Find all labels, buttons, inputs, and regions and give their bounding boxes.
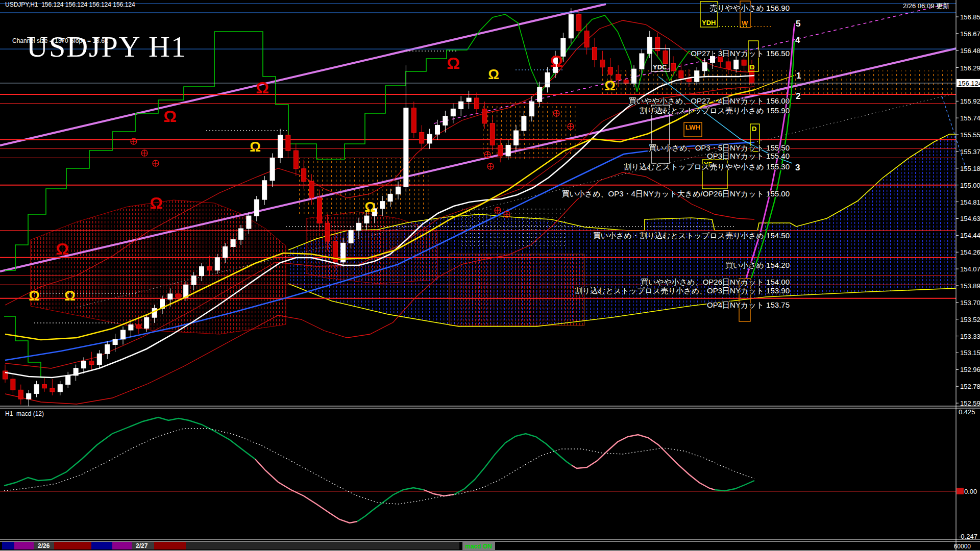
marker-box-label: W (742, 19, 748, 27)
macd-main-line (454, 434, 572, 494)
timeline-segment[interactable] (154, 542, 186, 549)
axis-tick-label: 153.150 (960, 349, 980, 357)
entry-marker-icon (504, 211, 510, 217)
bull-candle (380, 202, 385, 209)
bull-candle (97, 354, 102, 364)
bull-candle (223, 247, 228, 258)
macd-current-badge (957, 488, 964, 494)
bear-candle (50, 388, 55, 392)
bull-candle (364, 216, 369, 223)
bull-candle (34, 385, 39, 394)
bull-candle (168, 294, 173, 299)
updated-timestamp: 2/26 06:09 更新 (903, 3, 949, 10)
price-annotation: 割り込むとストップロス売り小さめ 155.90 (640, 106, 790, 115)
macd-signal-line (4, 429, 754, 504)
marker-box-label: D (752, 125, 756, 133)
bull-candle (529, 102, 534, 116)
bull-candle (545, 72, 550, 87)
bull-candle (200, 267, 204, 276)
axis-tick-label: 155.370 (960, 148, 980, 156)
bear-candle (42, 385, 47, 388)
axis-tick-label: 155.000 (960, 182, 980, 189)
macd-main-line (715, 481, 754, 491)
axis-tick-label: 153.335 (960, 333, 980, 340)
bull-candle (191, 276, 196, 285)
axis-tick-label: 152.780 (960, 383, 980, 390)
price-annotation: 買いやや小さめ、OP27・4日NYカット 156.00 (629, 96, 790, 105)
bear-candle (293, 151, 298, 169)
price-annotation: 買い小さめ、OP3・4日NYカット大きめ/OP26日NYカット 155.00 (562, 189, 790, 198)
line-number-label: 4 (795, 35, 800, 45)
axis-tick-label: 155.740 (960, 114, 980, 122)
macd-min-label: -0.247 (959, 533, 977, 540)
axis-tick-label: 154.445 (960, 232, 980, 239)
macd-main-line (572, 435, 715, 490)
omega-marker-red-icon: Ω (150, 194, 163, 212)
timeline-segment[interactable] (14, 542, 34, 549)
macd-zero-label: 0.00 (964, 488, 977, 495)
bull-candle (82, 361, 86, 368)
line-number-label: 3 (795, 163, 800, 172)
bull-candle (239, 229, 243, 239)
axis-tick-label: 155.925 (960, 97, 980, 105)
timeline-segment[interactable] (186, 542, 459, 549)
entry-marker-icon (568, 123, 574, 130)
bull-candle (152, 308, 157, 317)
bear-candle (608, 67, 612, 74)
bear-candle (176, 294, 180, 297)
bull-candle (262, 181, 267, 199)
trading-chart-window[interactable]: YDHWYDCDYDOLWHDYDLWΩΩΩΩΩΩΩΩΩΩΩΩ売りやや小さめ 1… (0, 0, 980, 551)
bull-candle (695, 71, 699, 82)
bull-candle (121, 330, 126, 339)
bear-candle (679, 71, 683, 78)
timeline-segment[interactable] (2, 542, 14, 549)
macd-toggle-button-label: macd ON (465, 543, 492, 550)
omega-marker-yellow-icon: Ω (488, 67, 499, 82)
macd-main-line (4, 417, 255, 486)
omega-marker-yellow-icon: Ω (64, 288, 76, 304)
page-title: USDJPY H1 (27, 31, 187, 63)
bull-candle (66, 375, 70, 385)
marker-box-label: LWH (685, 123, 700, 131)
bull-candle (270, 158, 275, 180)
bear-candle (317, 198, 322, 223)
chart-canvas[interactable]: YDHWYDCDYDOLWHDYDLWΩΩΩΩΩΩΩΩΩΩΩΩ売りやや小さめ 1… (0, 0, 980, 551)
bear-candle (584, 31, 589, 47)
axis-tick-label: 154.260 (960, 248, 980, 256)
bear-candle (136, 324, 141, 328)
price-annotation: OP3日NYカット 155.40 (707, 152, 790, 160)
entry-marker-icon (141, 150, 148, 156)
omega-marker-red-icon: Ω (447, 54, 460, 72)
axis-tick-label: 156.485 (960, 47, 980, 55)
price-annotation: 買い小さめ、OP3・5日NYカット 155.50 (649, 143, 790, 152)
entry-marker-icon (495, 207, 501, 213)
bear-candle (577, 15, 581, 31)
volume-scale-label: 60000 (954, 543, 971, 550)
timeline-segment[interactable] (91, 542, 112, 549)
omega-marker-red-icon: Ω (56, 240, 69, 258)
bull-candle (144, 317, 149, 328)
bull-candle (451, 109, 455, 116)
marker-box-label: D (750, 63, 754, 71)
bear-candle (89, 361, 94, 364)
timeline-segment[interactable] (54, 542, 91, 549)
bull-candle (640, 54, 644, 69)
marker-box-label: YDC (653, 63, 667, 71)
macd-max-label: 0.425 (959, 408, 975, 416)
bear-candle (663, 51, 668, 64)
timeline-date-label: 2/27 (136, 542, 148, 549)
timeline-segment[interactable] (112, 542, 132, 549)
bull-candle (58, 385, 62, 392)
axis-tick-label: 155.555 (960, 131, 980, 139)
bear-candle (325, 223, 330, 241)
omega-marker-red-icon: Ω (163, 107, 177, 126)
bull-candle (506, 145, 510, 156)
line-number-label: 1 (796, 71, 801, 81)
bull-candle (349, 231, 353, 243)
bull-candle (247, 216, 251, 229)
bull-candle (278, 135, 283, 158)
axis-tick-label: 152.965 (960, 366, 980, 373)
bear-candle (742, 60, 746, 65)
entry-marker-icon (553, 110, 559, 116)
axis-tick-label: 154.630 (960, 215, 980, 222)
